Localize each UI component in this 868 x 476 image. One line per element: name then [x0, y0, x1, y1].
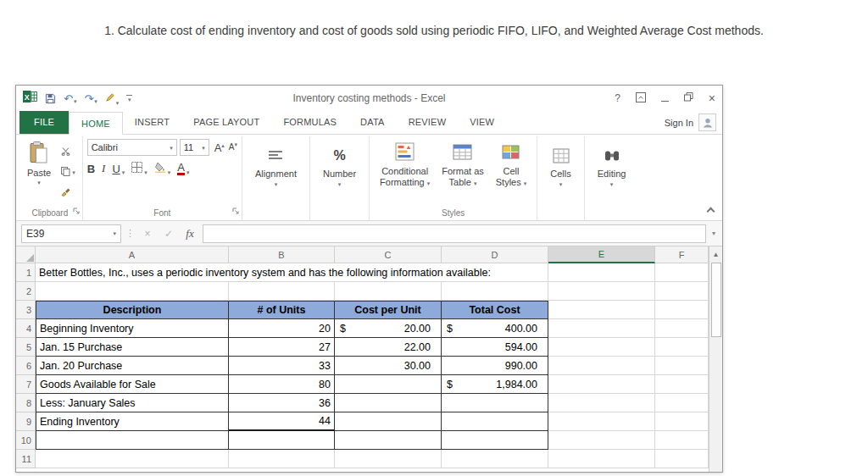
cell-A6[interactable]: Jan. 20 Purchase [36, 357, 229, 375]
cell-F7[interactable] [655, 375, 709, 394]
column-header-f[interactable]: F [655, 246, 709, 263]
row-header-1[interactable]: 1 [16, 263, 36, 282]
format-as-table-button[interactable]: Format as Table ▾ [436, 139, 490, 188]
tab-file[interactable]: FILE [19, 111, 69, 134]
cell-E10[interactable] [548, 431, 655, 450]
help-button[interactable]: ? [615, 92, 620, 104]
column-header-c[interactable]: C [335, 246, 442, 263]
cell-C2[interactable] [335, 282, 442, 301]
cut-button[interactable] [61, 144, 75, 159]
underline-button[interactable]: U▾ [112, 163, 125, 175]
row-header-10[interactable]: 10 [16, 431, 36, 450]
customize-qat-button[interactable]: ▾ [126, 95, 132, 102]
cell-B8[interactable]: 36 [229, 394, 335, 412]
cell-E4[interactable] [548, 319, 655, 338]
cell-C4[interactable]: $20.00 [335, 319, 442, 338]
cell-C7[interactable] [335, 375, 442, 394]
expand-formula-bar-button[interactable]: ▾ [710, 230, 717, 237]
cell-E7[interactable] [548, 375, 655, 394]
cell-E11[interactable] [548, 450, 655, 468]
enter-button[interactable]: ✓ [160, 228, 177, 240]
font-dialog-launcher[interactable] [232, 202, 239, 218]
cell-D2[interactable] [442, 282, 548, 301]
bold-button[interactable]: B [87, 163, 95, 175]
cell-A4[interactable]: Beginning Inventory [36, 319, 229, 338]
cell-E5[interactable] [548, 338, 655, 357]
row-header-2[interactable]: 2 [16, 282, 36, 301]
cell-F5[interactable] [655, 338, 709, 357]
number-button[interactable]: % Number ▾ [314, 139, 364, 187]
cell-C5[interactable]: 22.00 [335, 338, 442, 357]
cell-D10[interactable] [442, 431, 548, 450]
collapse-ribbon-button[interactable] [707, 208, 715, 216]
cell-F9[interactable] [655, 412, 709, 431]
cell-A10[interactable] [36, 431, 229, 450]
conditional-formatting-button[interactable]: Conditional Formatting ▾ [374, 139, 436, 188]
cell-E9[interactable] [548, 412, 655, 431]
cell-C8[interactable] [335, 394, 442, 412]
cell-styles-button[interactable]: Cell Styles ▾ [490, 139, 533, 188]
column-header-e[interactable]: E [548, 246, 655, 263]
cell-E6[interactable] [548, 357, 655, 375]
cell-C11[interactable] [335, 450, 442, 468]
cell-D6[interactable]: 990.00 [442, 357, 548, 375]
row-header-11[interactable]: 11 [16, 450, 36, 468]
italic-button[interactable]: I [102, 162, 105, 175]
cell-A2[interactable] [36, 282, 229, 301]
editing-button[interactable]: Editing ▾ [589, 139, 635, 187]
ribbon-display-options-button[interactable] [636, 92, 646, 105]
cell-E3[interactable] [548, 301, 655, 319]
pen-button[interactable]: ▾ [105, 91, 120, 106]
cell-C9[interactable] [335, 412, 442, 431]
cell-D5[interactable]: 594.00 [442, 338, 548, 357]
clipboard-dialog-launcher[interactable] [73, 202, 80, 218]
row-header-7[interactable]: 7 [16, 375, 36, 394]
select-all-button[interactable] [16, 246, 36, 263]
tab-view[interactable]: VIEW [458, 111, 506, 134]
cell-D3[interactable]: Total Cost [442, 301, 548, 319]
cell-E2[interactable] [548, 282, 655, 301]
cell-A1[interactable]: Better Bottles, Inc., uses a periodic in… [36, 263, 229, 282]
cell-B2[interactable] [229, 282, 335, 301]
paste-button[interactable]: Paste ▾ [22, 139, 58, 200]
minimize-button[interactable] [661, 92, 669, 104]
undo-button[interactable]: ↶▾ [64, 93, 76, 104]
tab-formulas[interactable]: FORMULAS [271, 111, 348, 134]
alignment-button[interactable]: Alignment ▾ [247, 139, 305, 187]
cell-B10[interactable] [229, 431, 335, 450]
tab-page-layout[interactable]: PAGE LAYOUT [181, 111, 271, 134]
row-header-6[interactable]: 6 [16, 357, 36, 375]
column-header-b[interactable]: B [229, 246, 335, 263]
increase-font-button[interactable]: A▴ [214, 141, 225, 154]
insert-function-button[interactable]: fx [181, 227, 198, 241]
cell-E8[interactable] [548, 394, 655, 412]
sign-in[interactable]: Sign In [665, 111, 722, 134]
format-painter-button[interactable] [61, 185, 75, 200]
font-color-button[interactable]: A▾ [177, 163, 189, 175]
cell-D7[interactable]: $1,984.00 [442, 375, 548, 394]
cell-E1[interactable] [548, 263, 655, 282]
cell-D8[interactable] [442, 394, 548, 412]
copy-button[interactable]: ▾ [61, 164, 75, 180]
row-header-5[interactable]: 5 [16, 338, 36, 357]
restore-button[interactable] [684, 92, 693, 104]
cell-A11[interactable] [36, 450, 229, 468]
cell-B5[interactable]: 27 [229, 338, 335, 357]
borders-button[interactable]: ▾ [131, 162, 147, 175]
scrollbar-thumb[interactable] [711, 263, 721, 337]
column-header-d[interactable]: D [442, 246, 548, 263]
cell-B4[interactable]: 20 [229, 319, 335, 338]
cell-F1[interactable] [655, 263, 709, 282]
cell-D11[interactable] [442, 450, 548, 468]
cell-B9[interactable]: 44 [229, 412, 335, 431]
column-header-a[interactable]: A [36, 246, 229, 263]
formula-input[interactable] [203, 224, 706, 243]
cell-B11[interactable] [229, 450, 335, 468]
tab-insert[interactable]: INSERT [123, 111, 181, 134]
cell-D9[interactable] [442, 412, 548, 431]
tab-data[interactable]: DATA [348, 111, 397, 134]
tab-review[interactable]: REVIEW [397, 111, 459, 134]
cell-A9[interactable]: Ending Inventory [36, 412, 229, 431]
cell-B7[interactable]: 80 [229, 375, 335, 394]
save-button[interactable] [45, 93, 56, 104]
